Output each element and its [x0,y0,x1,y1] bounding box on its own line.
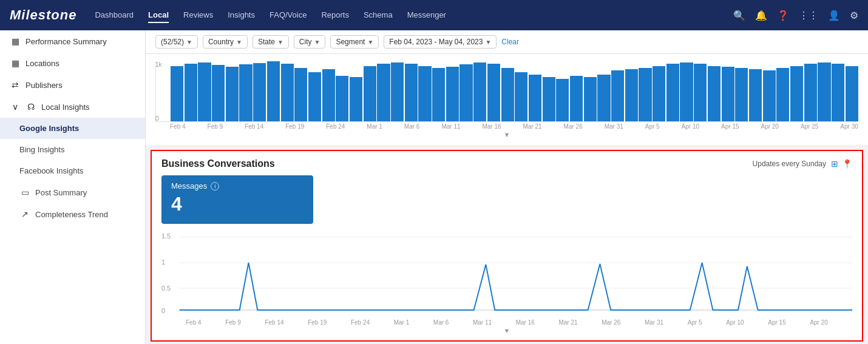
nav-icon-group: 🔍 🔔 ❓ ⋮⋮ 👤 ⚙ [733,10,858,21]
search-icon[interactable]: 🔍 [733,10,745,21]
sidebar-label-local-insights: Local Insights [41,103,90,112]
bar-chart-section: 1k 0 Feb 4 Feb 9 Feb 14 Feb 19 Feb 24 Ma… [146,54,868,145]
bar[interactable] [473,62,486,121]
bar[interactable] [694,64,707,121]
bar[interactable] [212,65,225,121]
bar[interactable] [405,64,418,121]
bc-table-icon[interactable]: ⊞ [831,159,838,169]
bar[interactable] [763,70,776,121]
nav-dashboard[interactable]: Dashboard [95,8,134,23]
bar[interactable] [735,68,748,121]
bar[interactable] [267,61,280,121]
nav-local[interactable]: Local [148,8,169,23]
sidebar-item-local-insights[interactable]: ∨ ☊ Local Insights [0,96,145,118]
bar[interactable] [776,68,789,121]
nav-reports[interactable]: Reports [321,8,349,23]
bar[interactable] [832,64,844,121]
bar[interactable] [198,62,211,121]
bar[interactable] [501,68,514,121]
sidebar-label-facebook-insights: Facebook Insights [19,166,84,175]
help-icon[interactable]: ❓ [777,10,789,21]
line-chart-filter-icon[interactable]: ▼ [161,327,852,334]
sidebar-item-performance-summary[interactable]: ▦ Performance Summary [0,30,145,52]
bar[interactable] [584,77,597,121]
bar[interactable] [639,68,651,121]
date-range-label: Feb 04, 2023 - May 04, 2023 [389,38,483,46]
top-navigation: Milestone Dashboard Local Reviews Insigh… [0,0,868,30]
bar[interactable] [556,79,569,121]
bc-location-icon[interactable]: 📍 [842,159,852,169]
bar[interactable] [281,64,294,121]
bar[interactable] [418,66,431,121]
bar[interactable] [308,72,321,121]
bar[interactable] [171,66,183,121]
bar[interactable] [487,64,500,121]
nav-faqvoice[interactable]: FAQ/Voice [270,8,307,23]
bar[interactable] [597,75,610,121]
bar[interactable] [239,64,252,121]
bar[interactable] [722,67,734,121]
sidebar-item-completeness-trend[interactable]: ↗ Completeness Trend [0,203,145,225]
nav-schema[interactable]: Schema [364,8,393,23]
bar[interactable] [515,72,527,121]
nav-insights[interactable]: Insights [228,8,255,23]
bar[interactable] [666,64,679,121]
messages-label: Messages i [171,181,303,191]
bar[interactable] [364,66,376,121]
bar[interactable] [294,68,307,121]
sidebar-item-bing-insights[interactable]: Bing Insights [0,139,145,160]
sidebar-item-facebook-insights[interactable]: Facebook Insights [0,160,145,181]
segment-label: Segment [336,38,365,46]
bar[interactable] [804,64,817,121]
bar[interactable] [846,66,858,121]
bar-chart-filter-icon[interactable]: ▼ [155,131,858,138]
sidebar-item-publishers[interactable]: ⇄ Publishers [0,74,145,96]
settings-icon[interactable]: ⚙ [850,10,858,21]
bar[interactable] [818,62,830,121]
bar[interactable] [185,64,197,121]
bar[interactable] [322,69,335,121]
bar[interactable] [653,66,665,121]
location-filter-chip[interactable]: (52/52) ▼ [155,35,198,49]
segment-filter-chip[interactable]: Segment ▼ [330,35,379,49]
bar[interactable] [336,76,348,121]
bar[interactable] [253,63,266,121]
clear-filter-button[interactable]: Clear [501,38,519,46]
messages-info-icon[interactable]: i [211,182,219,191]
bar[interactable] [625,69,638,121]
bar[interactable] [570,76,583,121]
nav-reviews[interactable]: Reviews [183,8,213,23]
bar[interactable] [377,64,390,121]
bar[interactable] [226,67,239,121]
bar[interactable] [680,62,693,121]
bar[interactable] [432,68,445,121]
sidebar-item-post-summary[interactable]: ▭ Post Summary [0,181,145,203]
bar[interactable] [391,62,404,121]
country-filter-chip[interactable]: Country ▼ [203,35,248,49]
bar[interactable] [790,66,803,121]
bar[interactable] [749,69,762,121]
content-area: 1k 0 Feb 4 Feb 9 Feb 14 Feb 19 Feb 24 Ma… [146,54,868,344]
line-chart-svg: 1.5 1 0.5 0 [161,231,852,316]
svg-text:0.5: 0.5 [161,285,171,292]
bar[interactable] [350,77,362,121]
nav-messenger[interactable]: Messenger [407,8,446,23]
account-icon[interactable]: 👤 [828,10,840,21]
bar[interactable] [459,64,472,121]
city-filter-chip[interactable]: City ▼ [294,35,326,49]
sidebar-item-locations[interactable]: ▦ Locations [0,52,145,74]
state-filter-chip[interactable]: State ▼ [253,35,289,49]
apps-icon[interactable]: ⋮⋮ [799,10,818,21]
bar[interactable] [446,67,459,121]
bar-chart-bars [155,61,858,122]
performance-summary-icon: ▦ [10,36,21,46]
notification-icon[interactable]: 🔔 [755,10,767,21]
svg-text:1.5: 1.5 [161,232,171,240]
bar[interactable] [708,66,721,121]
date-range-chip[interactable]: Feb 04, 2023 - May 04, 2023 ▼ [384,35,497,49]
bar[interactable] [529,75,541,121]
nav-menu: Dashboard Local Reviews Insights FAQ/Voi… [95,8,733,23]
bar[interactable] [543,77,555,121]
bar[interactable] [611,70,624,121]
sidebar-item-google-insights[interactable]: Google Insights [0,118,145,139]
